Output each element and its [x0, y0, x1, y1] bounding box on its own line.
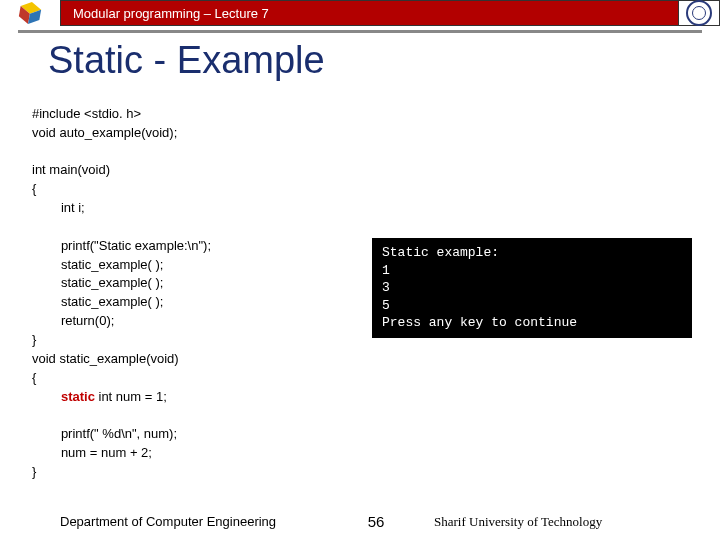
header-bar: Modular programming – Lecture 7 [0, 0, 720, 26]
university-seal [679, 0, 720, 26]
console-output: Static example: 1 3 5 Press any key to c… [372, 238, 692, 338]
header-underline [18, 30, 702, 33]
output-line: Static example: [382, 245, 499, 260]
code-line: num = num + 2; [32, 445, 152, 460]
output-line: 1 [382, 263, 390, 278]
code-line: static_example( ); [32, 294, 164, 309]
footer-university: Sharif University of Technology [406, 514, 720, 530]
output-line: 3 [382, 280, 390, 295]
cube-logo-icon [15, 0, 45, 28]
code-line: return(0); [32, 313, 114, 328]
code-line: static_example( ); [32, 275, 164, 290]
code-line: #include <stdio. h> [32, 106, 141, 121]
code-line: { [32, 181, 36, 196]
slide-title: Static - Example [48, 39, 720, 82]
code-line: int i; [32, 200, 85, 215]
output-line: Press any key to continue [382, 315, 577, 330]
logo-box [0, 0, 60, 26]
code-line: void auto_example(void); [32, 125, 177, 140]
page-number: 56 [346, 513, 406, 530]
code-line: printf("Static example:\n"); [32, 238, 211, 253]
code-line: static_example( ); [32, 257, 164, 272]
code-line: void static_example(void) [32, 351, 179, 366]
code-line: } [32, 332, 36, 347]
output-line: 5 [382, 298, 390, 313]
code-line: int main(void) [32, 162, 110, 177]
footer-department: Department of Computer Engineering [0, 514, 346, 529]
code-line: { [32, 370, 36, 385]
code-line: printf(" %d\n", num); [32, 426, 177, 441]
code-line-rest: int num = 1; [95, 389, 167, 404]
seal-icon [686, 0, 712, 26]
static-keyword: static [61, 389, 95, 404]
footer: Department of Computer Engineering 56 Sh… [0, 513, 720, 530]
code-line: } [32, 464, 36, 479]
header-title: Modular programming – Lecture 7 [60, 0, 679, 26]
course-label: Modular programming – Lecture 7 [73, 6, 269, 21]
